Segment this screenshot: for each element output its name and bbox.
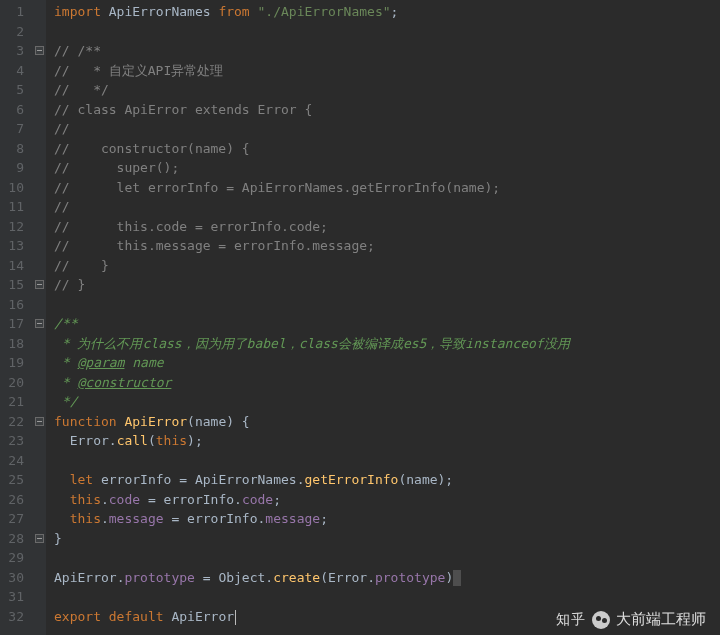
token-pun: =: [171, 472, 194, 487]
code-line[interactable]: [54, 587, 720, 607]
fold-toggle-icon[interactable]: [35, 417, 44, 426]
line-number: 8: [4, 139, 24, 159]
token-pun: ;: [273, 492, 281, 507]
wechat-icon: [592, 611, 610, 629]
token-pun: );: [187, 433, 203, 448]
line-number: 3: [4, 41, 24, 61]
token-doc: * 为什么不用class，因为用了babel，class会被编译成es5，导致i…: [54, 336, 570, 351]
line-number: 24: [4, 451, 24, 471]
token-pun: .: [109, 433, 117, 448]
code-line[interactable]: /**: [54, 314, 720, 334]
token-doc: */: [54, 394, 77, 409]
fold-toggle-icon[interactable]: [35, 46, 44, 55]
token-id: Error: [70, 433, 109, 448]
token-id: ApiError: [171, 609, 234, 624]
watermark-brand: 知乎: [556, 611, 586, 629]
token-pun: [250, 4, 258, 19]
token-pun: [54, 472, 70, 487]
code-line[interactable]: */: [54, 392, 720, 412]
code-line[interactable]: ApiError.prototype = Object.create(Error…: [54, 568, 720, 588]
code-line[interactable]: // */: [54, 80, 720, 100]
code-area[interactable]: import ApiErrorNames from "./ApiErrorNam…: [46, 0, 720, 635]
token-id: errorInfo: [187, 511, 257, 526]
code-line[interactable]: import ApiErrorNames from "./ApiErrorNam…: [54, 2, 720, 22]
token-id: Object: [218, 570, 265, 585]
line-number: 26: [4, 490, 24, 510]
code-line[interactable]: [54, 295, 720, 315]
code-line[interactable]: // constructor(name) {: [54, 139, 720, 159]
code-line[interactable]: [54, 548, 720, 568]
code-line[interactable]: // super();: [54, 158, 720, 178]
token-pun: .: [367, 570, 375, 585]
token-pun: =: [140, 492, 163, 507]
token-pun: .: [101, 492, 109, 507]
code-line[interactable]: Error.call(this);: [54, 431, 720, 451]
fold-gutter[interactable]: [32, 0, 46, 635]
line-number: 2: [4, 22, 24, 42]
code-line[interactable]: // /**: [54, 41, 720, 61]
token-pun: [101, 4, 109, 19]
line-number: 15: [4, 275, 24, 295]
code-line[interactable]: this.message = errorInfo.message;: [54, 509, 720, 529]
code-line[interactable]: // class ApiError extends Error {: [54, 100, 720, 120]
token-fn: call: [117, 433, 148, 448]
line-number: 28: [4, 529, 24, 549]
line-number: 6: [4, 100, 24, 120]
code-line[interactable]: //: [54, 119, 720, 139]
highlight-block: [453, 570, 461, 586]
token-kw: this: [70, 511, 101, 526]
token-doc: *: [54, 355, 77, 370]
fold-toggle-icon[interactable]: [35, 534, 44, 543]
code-line[interactable]: * @constructor: [54, 373, 720, 393]
token-str: "./ApiErrorNames": [258, 4, 391, 19]
line-number: 1: [4, 2, 24, 22]
line-number: 9: [4, 158, 24, 178]
token-pun: [54, 492, 70, 507]
code-line[interactable]: [54, 22, 720, 42]
token-pun: [101, 609, 109, 624]
fold-toggle-icon[interactable]: [35, 319, 44, 328]
token-prop: prototype: [124, 570, 194, 585]
code-editor[interactable]: 1234567891011121314151617181920212223242…: [0, 0, 720, 635]
code-line[interactable]: function ApiError(name) {: [54, 412, 720, 432]
code-line[interactable]: // }: [54, 275, 720, 295]
fold-toggle-icon[interactable]: [35, 280, 44, 289]
code-line[interactable]: // let errorInfo = ApiErrorNames.getErro…: [54, 178, 720, 198]
token-doc: /**: [54, 316, 77, 331]
token-cmt: // }: [54, 277, 85, 292]
code-line[interactable]: // this.message = errorInfo.message;: [54, 236, 720, 256]
code-line[interactable]: // * 自定义API异常处理: [54, 61, 720, 81]
line-number: 31: [4, 587, 24, 607]
token-cmt: // * 自定义API异常处理: [54, 63, 223, 78]
code-line[interactable]: * 为什么不用class，因为用了babel，class会被编译成es5，导致i…: [54, 334, 720, 354]
code-line[interactable]: //: [54, 197, 720, 217]
token-kw: this: [156, 433, 187, 448]
token-cmt: // /**: [54, 43, 101, 58]
token-doc: name: [124, 355, 163, 370]
line-number: 12: [4, 217, 24, 237]
line-number: 18: [4, 334, 24, 354]
line-number: 20: [4, 373, 24, 393]
code-line[interactable]: // this.code = errorInfo.code;: [54, 217, 720, 237]
token-pun: .: [101, 511, 109, 526]
token-kw: default: [109, 609, 164, 624]
line-number: 4: [4, 61, 24, 81]
code-line[interactable]: [54, 451, 720, 471]
token-fn: ApiError: [124, 414, 187, 429]
token-cmt: // this.code = errorInfo.code;: [54, 219, 328, 234]
token-cmt: // }: [54, 258, 109, 273]
line-number: 30: [4, 568, 24, 588]
line-number: 10: [4, 178, 24, 198]
token-kw: let: [70, 472, 93, 487]
line-number: 22: [4, 412, 24, 432]
token-prop: prototype: [375, 570, 445, 585]
line-number: 13: [4, 236, 24, 256]
token-cmt: //: [54, 121, 70, 136]
token-fn: create: [273, 570, 320, 585]
code-line[interactable]: * @param name: [54, 353, 720, 373]
code-line[interactable]: let errorInfo = ApiErrorNames.getErrorIn…: [54, 470, 720, 490]
code-line[interactable]: }: [54, 529, 720, 549]
code-line[interactable]: this.code = errorInfo.code;: [54, 490, 720, 510]
line-number: 5: [4, 80, 24, 100]
code-line[interactable]: // }: [54, 256, 720, 276]
